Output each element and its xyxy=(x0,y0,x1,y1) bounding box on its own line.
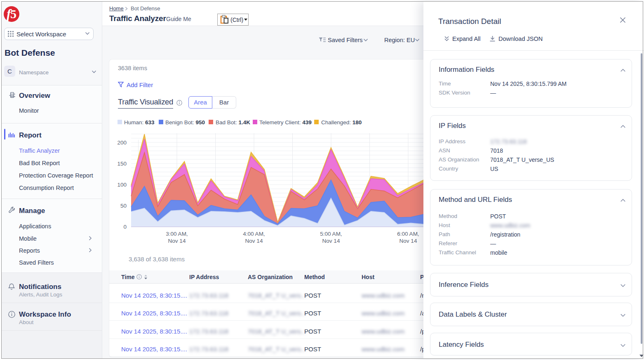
svg-text:6:00 AM,: 6:00 AM, xyxy=(397,231,419,237)
svg-text:Nov 14: Nov 14 xyxy=(400,238,417,244)
svg-text:100: 100 xyxy=(117,182,127,188)
svg-text:200: 200 xyxy=(117,140,127,146)
svg-text:0: 0 xyxy=(123,224,127,230)
svg-text:Nov 14: Nov 14 xyxy=(168,238,186,244)
svg-text:Nov 14: Nov 14 xyxy=(245,238,263,244)
svg-text:4:00 AM,: 4:00 AM, xyxy=(243,231,265,237)
svg-text:50: 50 xyxy=(120,203,127,209)
svg-text:3:00 AM,: 3:00 AM, xyxy=(166,231,188,237)
svg-text:150: 150 xyxy=(117,161,127,167)
svg-text:Nov 14: Nov 14 xyxy=(322,238,340,244)
svg-text:5:00 AM,: 5:00 AM, xyxy=(320,231,342,237)
svg-text:5: 5 xyxy=(10,7,16,21)
